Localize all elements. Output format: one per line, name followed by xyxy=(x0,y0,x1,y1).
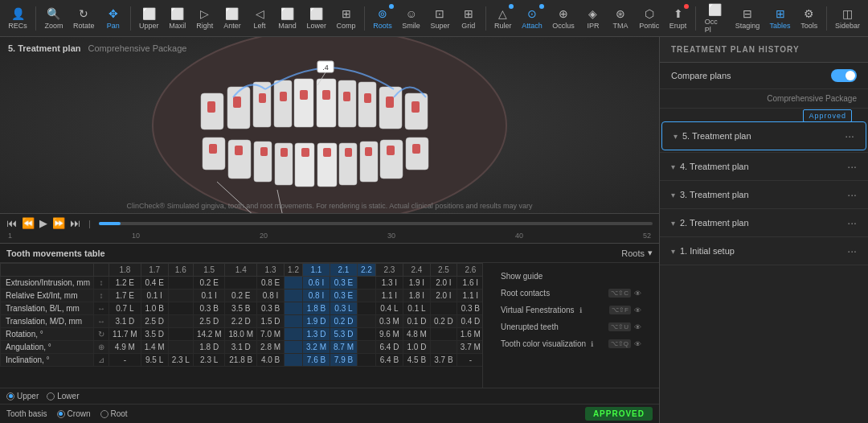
eye-icon-2: 👁 xyxy=(634,306,641,314)
toolbar-occ-pl[interactable]: ⬜ Occ Pl xyxy=(701,2,729,35)
toolbar: 👤 RECs 🔍 Zoom ↻ Rotate ✥ Pan ⬜ Upper ⬜ M… xyxy=(0,0,868,37)
plan-4-header[interactable]: ▾ 4. Treatment plan ··· xyxy=(660,153,868,180)
crown-radio[interactable]: Crown xyxy=(57,409,91,418)
data-cell: 3.7 M xyxy=(457,341,482,354)
root-radio[interactable]: Root xyxy=(100,409,128,418)
plan-3-header[interactable]: ▾ 3. Treatment plan ··· xyxy=(660,181,868,208)
toolbar-left[interactable]: ◁ Left xyxy=(248,2,272,35)
col-16: 1.6 xyxy=(168,264,193,277)
toolbar-tma[interactable]: ⊛ TMA xyxy=(608,2,633,35)
upper-radio[interactable]: Upper xyxy=(6,392,39,400)
toolbar-erupt[interactable]: ⬆ Erupt xyxy=(665,2,690,35)
toolbar-staging[interactable]: ⊟ Staging xyxy=(732,2,764,35)
bottom-bar: Tooth basis Crown Root APPROVED xyxy=(0,404,659,423)
plan-item-3[interactable]: ▾ 3. Treatment plan ··· xyxy=(660,181,868,209)
eye-icon-4: 👁 xyxy=(634,340,641,348)
compare-label: Compare plans xyxy=(671,71,731,80)
data-cell xyxy=(358,277,376,290)
lower-icon: ⬜ xyxy=(309,7,323,20)
plan-2-header[interactable]: ▾ 2. Treatment plan ··· xyxy=(660,209,868,236)
toolbar-tools[interactable]: ⚙ Tools xyxy=(797,2,821,35)
plan-item-1[interactable]: ▾ 1. Initial setup ··· xyxy=(660,237,868,265)
unerupted-teeth-row[interactable]: Unerupted teeth ⌥⇧U 👁 xyxy=(489,318,653,335)
plan-3-more[interactable]: ··· xyxy=(847,188,857,201)
show-guide-row[interactable]: Show guide xyxy=(489,268,653,285)
toolbar-smile[interactable]: ☺ Smile xyxy=(399,2,424,35)
compare-toggle[interactable] xyxy=(831,69,857,82)
toolbar-upper[interactable]: ⬜ Upper xyxy=(136,2,162,35)
data-cell: 3.7 B xyxy=(430,354,457,367)
info-icon: ℹ xyxy=(579,306,582,314)
tooth-table-left: 1.8 1.7 1.6 1.5 1.4 1.3 1.2 1.1 2.1 2.2 xyxy=(0,263,482,388)
viewport-label: 5. Treatment plan Comprehensive Package xyxy=(8,43,186,53)
zoom-icon: 🔍 xyxy=(47,7,60,20)
toolbar-rotate[interactable]: ↻ Rotate xyxy=(70,2,98,35)
virtual-fenestrations-row[interactable]: Virtual Fenestrations ℹ ⌥⇧F 👁 xyxy=(489,302,653,318)
anter-icon: ⬜ xyxy=(225,7,239,20)
toolbar-ipr[interactable]: ◈ IPR xyxy=(581,2,605,35)
skip-end-button[interactable]: ⏭ xyxy=(70,217,80,229)
toolbar-occlus[interactable]: ⊕ Occlus xyxy=(549,2,578,35)
step-forward-button[interactable]: ⏩ xyxy=(52,217,65,229)
toolbar-anter[interactable]: ⬜ Anter xyxy=(220,2,244,35)
data-cell xyxy=(285,277,303,290)
plan-5-header[interactable]: ▾ 5. Treatment plan ··· xyxy=(661,121,866,150)
toolbar-zoom[interactable]: 🔍 Zoom xyxy=(41,2,67,35)
skip-start-button[interactable]: ⏮ xyxy=(6,217,17,229)
toolbar-grid[interactable]: ⊞ Grid xyxy=(457,2,481,35)
toolbar-mand[interactable]: ⬜ Mand xyxy=(275,2,300,35)
plan-item-2[interactable]: ▾ 2. Treatment plan ··· xyxy=(660,209,868,237)
toolbar-right[interactable]: ▷ Right xyxy=(193,2,217,35)
data-cell: 1.0 D xyxy=(403,341,430,354)
data-cell: 1.3 D xyxy=(302,328,330,341)
tooth-color-row[interactable]: Tooth color visualization ℹ ⌥⇧Q 👁 xyxy=(489,335,653,352)
toolbar-recs[interactable]: 👤 RECs xyxy=(5,2,31,35)
chevron-icon-2: ▾ xyxy=(671,219,675,228)
toolbar-maxil[interactable]: ⬜ Maxil xyxy=(166,2,190,35)
plan-2-more[interactable]: ··· xyxy=(847,216,857,229)
plan-1-more[interactable]: ··· xyxy=(847,244,857,257)
toolbar-pontic[interactable]: ⬡ Pontic xyxy=(636,2,663,35)
toolbar-sidebar[interactable]: ◫ Sidebar xyxy=(832,2,863,35)
toolbar-pan[interactable]: ✥ Pan xyxy=(101,2,125,35)
main-content: 5. Treatment plan Comprehensive Package xyxy=(0,37,868,423)
toolbar-roots[interactable]: ⊚ Roots xyxy=(370,2,395,35)
toolbar-attach[interactable]: ⊙ Attach xyxy=(518,2,546,35)
plan-4-label: 4. Treatment plan xyxy=(680,162,749,171)
lower-radio[interactable]: Lower xyxy=(47,392,79,400)
data-cell: 21.8 B xyxy=(225,354,257,367)
toolbar-super[interactable]: ⊡ Super xyxy=(427,2,453,35)
col-15: 1.5 xyxy=(193,264,225,277)
data-cell: 9.6 M xyxy=(375,328,403,341)
plan-item-4[interactable]: ▾ 4. Treatment plan ··· xyxy=(660,153,868,181)
roots-select[interactable]: Roots ▾ xyxy=(621,248,653,258)
toolbar-comp[interactable]: ⊞ Comp xyxy=(333,2,359,35)
svg-rect-7 xyxy=(338,80,356,127)
package-name: Comprehensive Package xyxy=(660,89,868,109)
separator xyxy=(364,6,365,31)
progress-track[interactable] xyxy=(99,222,653,225)
toolbar-lower[interactable]: ⬜ Lower xyxy=(303,2,330,35)
right-panel: TREATMENT PLAN HISTORY Compare plans Com… xyxy=(659,37,868,423)
step-back-button[interactable]: ⏪ xyxy=(22,217,35,229)
play-button[interactable]: ▶ xyxy=(39,217,47,229)
data-cell: 0.3 B xyxy=(257,302,285,315)
svg-rect-11 xyxy=(207,101,215,113)
staging-icon: ⊟ xyxy=(743,7,752,20)
data-cell: 3.5 B xyxy=(225,302,257,315)
toolbar-ruler[interactable]: △ Ruler xyxy=(491,2,515,35)
tooth-table-title: Tooth movements table xyxy=(6,248,105,258)
plan-4-more[interactable]: ··· xyxy=(847,160,857,173)
root-contacts-row[interactable]: Root contacts ⌥⇧C 👁 xyxy=(489,285,653,302)
separator xyxy=(826,6,827,31)
toolbar-tables[interactable]: ⊞ Tables xyxy=(766,2,793,35)
svg-rect-39 xyxy=(387,146,395,155)
person-icon: 👤 xyxy=(11,7,25,20)
data-cell: - xyxy=(109,354,141,367)
data-cell: 6.4 D xyxy=(375,341,403,354)
col-22: 2.2 xyxy=(358,264,376,277)
row-label-cell: Extrusion/Intrusion, mm xyxy=(1,277,94,290)
plan-1-header[interactable]: ▾ 1. Initial setup ··· xyxy=(660,237,868,265)
plan-item-5[interactable]: Approved ▾ 5. Treatment plan ··· xyxy=(660,109,868,153)
plan-5-more[interactable]: ··· xyxy=(845,129,854,142)
